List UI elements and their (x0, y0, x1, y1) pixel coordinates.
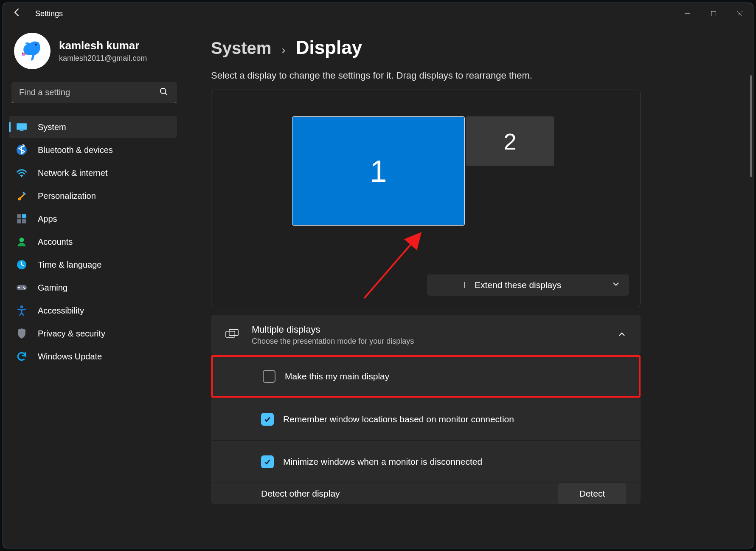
monitor-icon (16, 121, 28, 133)
nav-item-network[interactable]: Network & internet (9, 162, 177, 184)
breadcrumb: System › Display (211, 37, 753, 58)
nav-item-apps[interactable]: Apps (9, 208, 177, 230)
nav-label: Bluetooth & devices (38, 145, 113, 155)
svg-rect-14 (17, 285, 27, 290)
breadcrumb-current: Display (296, 37, 363, 58)
avatar (14, 33, 51, 69)
svg-point-12 (20, 237, 24, 242)
nav-label: Apps (38, 214, 57, 224)
option-minimize-on-disconnect[interactable]: Minimize windows when a monitor is disco… (211, 440, 641, 483)
monitor-2[interactable]: 2 (466, 116, 554, 166)
svg-point-17 (20, 305, 23, 308)
app-title: Settings (35, 9, 63, 18)
svg-rect-0 (711, 11, 716, 16)
card-subtitle: Choose the presentation mode for your di… (252, 337, 414, 346)
checkbox-unchecked[interactable] (263, 370, 275, 383)
display-mode-value: Extend these displays (475, 280, 561, 290)
svg-rect-4 (17, 123, 27, 130)
nav-label: Accessibility (38, 306, 84, 316)
nav-label: Accounts (38, 237, 73, 247)
back-button[interactable] (12, 7, 22, 20)
nav-item-windows-update[interactable]: Windows Update (9, 345, 177, 367)
nav-label: Privacy & security (38, 329, 105, 339)
checkbox-checked[interactable] (261, 413, 274, 426)
chevron-up-icon (618, 330, 626, 340)
nav-item-accessibility[interactable]: Accessibility (9, 300, 177, 322)
option-make-main-display[interactable]: Make this my main display (211, 355, 641, 398)
settings-window: Settings (3, 3, 753, 548)
nav-label: Gaming (38, 283, 67, 293)
search-input[interactable] (11, 82, 177, 103)
apps-icon (16, 213, 28, 225)
svg-point-15 (23, 287, 25, 288)
checkbox-checked[interactable] (261, 455, 274, 468)
svg-rect-9 (22, 214, 26, 218)
nav-item-gaming[interactable]: Gaming (9, 277, 177, 299)
nav-label: Time & language (38, 260, 101, 270)
paintbrush-icon (16, 190, 28, 202)
chevron-right-icon: › (281, 43, 285, 57)
nav-label: Windows Update (38, 352, 102, 362)
subheading: Select a display to change the settings … (211, 70, 753, 81)
svg-point-1 (35, 44, 37, 45)
nav-item-time-language[interactable]: Time & language (9, 254, 177, 276)
breadcrumb-parent[interactable]: System (211, 39, 271, 58)
person-icon (16, 236, 28, 248)
nav-label: Personalization (38, 191, 96, 201)
search-icon (159, 87, 169, 99)
title-bar: Settings (3, 3, 753, 24)
detect-button[interactable]: Detect (558, 483, 626, 504)
account-block[interactable]: kamlesh kumar kamlesh2011@gmail.com (11, 33, 177, 82)
maximize-button[interactable] (700, 3, 727, 24)
multiple-displays-options: Make this my main display Remember windo… (211, 355, 641, 504)
nav-item-personalization[interactable]: Personalization (9, 185, 177, 207)
svg-point-16 (24, 288, 25, 289)
nav-item-accounts[interactable]: Accounts (9, 231, 177, 253)
account-name: kamlesh kumar (59, 39, 147, 52)
account-email: kamlesh2011@gmail.com (59, 54, 147, 63)
display-arrangement-area: 1 2 Identify Extend these displays (211, 90, 641, 307)
option-label: Minimize windows when a monitor is disco… (283, 457, 482, 467)
update-icon (16, 350, 28, 362)
nav-label: System (38, 122, 66, 132)
close-button[interactable] (727, 3, 753, 24)
sidebar: kamlesh kumar kamlesh2011@gmail.com Syst… (3, 24, 185, 548)
nav-item-privacy[interactable]: Privacy & security (9, 322, 177, 345)
accessibility-icon (16, 305, 28, 316)
svg-rect-10 (17, 219, 21, 223)
nav-item-bluetooth[interactable]: Bluetooth & devices (9, 139, 177, 161)
nav-item-system[interactable]: System (9, 116, 177, 138)
svg-rect-20 (229, 329, 238, 335)
svg-rect-11 (22, 219, 26, 223)
svg-rect-5 (20, 130, 24, 131)
scrollbar[interactable] (750, 75, 752, 177)
gamepad-icon (16, 282, 28, 294)
option-detect-other-display: Detect other display Detect (211, 483, 641, 504)
svg-point-7 (21, 176, 22, 177)
wifi-icon (16, 167, 28, 179)
option-label: Remember window locations based on monit… (283, 414, 514, 424)
bluetooth-icon (16, 144, 28, 156)
svg-rect-19 (226, 331, 235, 337)
nav-list: System Bluetooth & devices Network & int… (9, 116, 177, 367)
minimize-button[interactable] (674, 3, 700, 24)
svg-point-2 (22, 53, 25, 56)
option-remember-window-locations[interactable]: Remember window locations based on monit… (211, 398, 641, 440)
svg-point-3 (160, 88, 166, 94)
multiple-displays-icon (225, 329, 239, 342)
display-mode-dropdown[interactable]: Extend these displays (465, 274, 629, 296)
monitor-1[interactable]: 1 (292, 116, 465, 226)
multiple-displays-card[interactable]: Multiple displays Choose the presentatio… (211, 315, 641, 355)
nav-label: Network & internet (38, 168, 108, 178)
main-content: System › Display Select a display to cha… (185, 24, 753, 548)
option-label: Make this my main display (285, 371, 389, 381)
chevron-down-icon (612, 280, 620, 290)
clock-globe-icon (16, 259, 28, 271)
shield-icon (16, 328, 28, 339)
option-label: Detect other display (261, 489, 340, 499)
svg-rect-8 (17, 214, 21, 218)
card-title: Multiple displays (252, 324, 414, 335)
